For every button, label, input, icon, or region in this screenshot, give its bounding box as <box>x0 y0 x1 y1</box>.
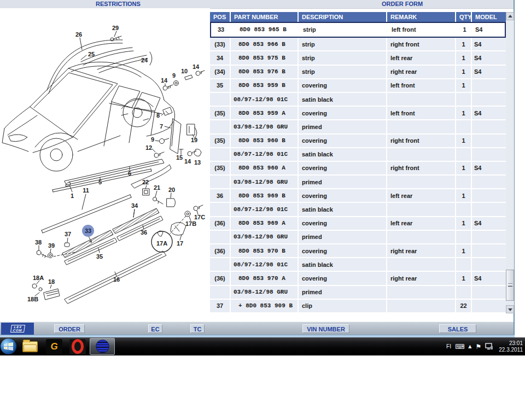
part-callout[interactable]: 17 <box>177 240 183 247</box>
table-row-selected[interactable]: 338D0 853 965 Bstripleft front1S4 <box>210 22 506 38</box>
part-callout[interactable]: 34 <box>131 202 138 209</box>
table-row[interactable]: 03/98-12/98 GRUprimed <box>210 176 506 189</box>
part-callout[interactable]: 8 <box>156 112 160 119</box>
part-callout[interactable]: 17B <box>185 220 196 227</box>
table-row[interactable]: (34)8D0 853 976 Bstripright rear1S4 <box>210 66 506 79</box>
part-callout[interactable]: 9 <box>151 136 154 143</box>
vin-button[interactable]: VIN NUMBER <box>302 324 349 333</box>
table-row[interactable]: 368D0 853 969 Bcoveringleft rear1 <box>210 189 506 203</box>
opera-taskbar-icon[interactable] <box>67 338 89 355</box>
part-callout[interactable]: 10 <box>181 68 188 74</box>
part-callout[interactable]: 18 <box>48 278 55 285</box>
action-center-flag-icon[interactable]: ⚑ <box>475 343 481 350</box>
part-callout[interactable]: 19 <box>191 137 197 143</box>
order-button[interactable]: ORDER <box>54 324 85 333</box>
scroll-up-button[interactable] <box>506 12 514 20</box>
column-header-pos[interactable]: POS <box>210 12 231 22</box>
part-callout[interactable]: 5 <box>98 179 102 185</box>
cell-model <box>472 300 506 313</box>
part-callout[interactable]: 13 <box>194 159 201 166</box>
table-row[interactable]: 358D0 853 959 Bcoveringleft front1 <box>210 79 506 93</box>
sales-button[interactable]: SALES TYPE <box>439 324 476 333</box>
start-button[interactable] <box>1 339 16 354</box>
scrollbar-thumb[interactable] <box>506 270 514 301</box>
part-callout-selected[interactable]: 33 <box>82 225 94 237</box>
vertical-scrollbar[interactable] <box>506 12 514 313</box>
column-header-qty[interactable]: QTY <box>456 12 472 22</box>
ec-button[interactable]: EC <box>148 324 162 333</box>
part-callout[interactable]: 7 <box>160 123 163 130</box>
part-callout[interactable]: 14 <box>184 158 191 165</box>
part-callout[interactable]: 16 <box>113 276 120 283</box>
table-row[interactable]: (36)8D0 853 970 Acoveringright rear1S4 <box>210 272 506 285</box>
order-form-link[interactable]: ORDER FORM <box>382 1 423 7</box>
table-row[interactable]: 03/98-12/98 GRUprimed <box>210 120 506 134</box>
table-row[interactable]: (33)8D0 853 966 Bstripright front1S4 <box>210 38 506 51</box>
table-row[interactable]: (36)8D0 853 970 Bcoveringright rear1 <box>210 244 506 258</box>
table-row[interactable]: (36)8D0 853 969 Acoveringleft rear1S4 <box>210 217 506 231</box>
taskbar-clock[interactable]: 23:01 22.3.2011 <box>499 340 523 353</box>
part-callout[interactable]: 24 <box>141 57 148 63</box>
table-row[interactable]: 37+ 8D0 853 909 Bclip22 <box>210 300 506 313</box>
part-callout[interactable]: 35 <box>96 253 103 260</box>
table-row[interactable]: (35)8D0 853 960 Bcoveringright front1 <box>210 135 506 148</box>
scroll-down-button[interactable] <box>506 305 514 313</box>
table-row[interactable]: 08/97-12/98 01Csatin black <box>210 93 506 107</box>
part-callout[interactable]: 26 <box>75 31 82 38</box>
parts-app-taskbar-icon-active[interactable] <box>90 338 115 355</box>
part-callout[interactable]: 20 <box>168 186 175 193</box>
part-callout[interactable]: 22 <box>142 179 149 185</box>
part-callout[interactable]: 18A <box>33 275 44 281</box>
table-row[interactable]: 08/97-12/98 01Csatin black <box>210 203 506 217</box>
part-callout[interactable]: 9 <box>172 72 176 79</box>
part-callout[interactable]: 17A <box>156 240 167 247</box>
part-callout[interactable]: 17C <box>194 214 205 220</box>
cell-part: 03/98-12/98 GRU <box>231 231 299 244</box>
part-callout[interactable]: 6 <box>128 170 131 177</box>
part-callout[interactable]: 39 <box>48 242 55 249</box>
restrictions-link[interactable]: RESTRICTIONS <box>96 1 141 7</box>
cell-model <box>472 148 506 162</box>
cell-part: 8D0 853 965 B <box>232 23 300 37</box>
part-callout[interactable]: 15 <box>176 154 183 161</box>
column-header-part-number[interactable]: PART NUMBER <box>231 12 299 22</box>
keyboard-icon[interactable]: ⌨ <box>455 343 464 350</box>
part-callout[interactable]: 37 <box>65 231 71 237</box>
table-row[interactable]: 03/98-12/98 GRUprimed <box>210 286 506 300</box>
table-row[interactable]: (35)8D0 853 959 Acoveringleft front1S4 <box>210 107 506 120</box>
cell-model <box>472 231 506 244</box>
language-indicator[interactable]: FI <box>446 343 451 349</box>
column-header-description[interactable]: DESCRIPTION <box>299 12 387 22</box>
g-app-taskbar-icon[interactable]: G <box>43 338 65 355</box>
part-callout[interactable]: 14 <box>192 63 199 70</box>
part-callout[interactable]: 36 <box>141 229 147 236</box>
column-header-model[interactable]: MODEL <box>472 12 506 22</box>
part-callout[interactable]: 1 <box>71 192 74 199</box>
explorer-taskbar-icon[interactable] <box>19 338 41 355</box>
cell-part: 8D0 853 959 A <box>231 107 299 120</box>
part-callout[interactable]: 11 <box>83 187 89 194</box>
table-row[interactable]: 348D0 853 975 Bstripleft rear1S4 <box>210 51 506 65</box>
part-callout[interactable]: 14 <box>161 77 167 84</box>
part-callout[interactable]: 18B <box>27 296 38 302</box>
network-icon[interactable] <box>485 343 493 350</box>
part-callout[interactable]: 29 <box>112 25 119 31</box>
cell-part: 8D0 853 970 B <box>231 244 299 258</box>
part-callout[interactable]: 25 <box>88 51 95 57</box>
hidden-icons-arrow[interactable]: ▲ <box>468 343 471 350</box>
lexcom-logo[interactable]: LEX COM <box>1 323 34 335</box>
table-row[interactable]: 08/97-12/98 01Csatin black <box>210 148 506 162</box>
table-row[interactable]: 08/97-12/98 01Csatin black <box>210 258 506 272</box>
part-callout[interactable]: 12 <box>145 144 152 151</box>
windows-logo-icon <box>4 342 13 351</box>
tc-button[interactable]: TC <box>190 324 205 333</box>
cell-qty: 1 <box>456 51 472 65</box>
part-callout[interactable]: 21 <box>154 184 160 191</box>
cell-model <box>472 203 506 217</box>
table-row[interactable]: (35)8D0 853 960 Acoveringright front1S4 <box>210 162 506 176</box>
table-row[interactable]: 03/98-12/98 GRUprimed <box>210 231 506 244</box>
column-header-remark[interactable]: REMARK <box>387 12 456 22</box>
cell-part: + 8D0 853 909 B <box>231 300 299 313</box>
part-callout[interactable]: 38 <box>35 239 42 246</box>
cell-part: 08/97-12/98 01C <box>231 148 299 162</box>
